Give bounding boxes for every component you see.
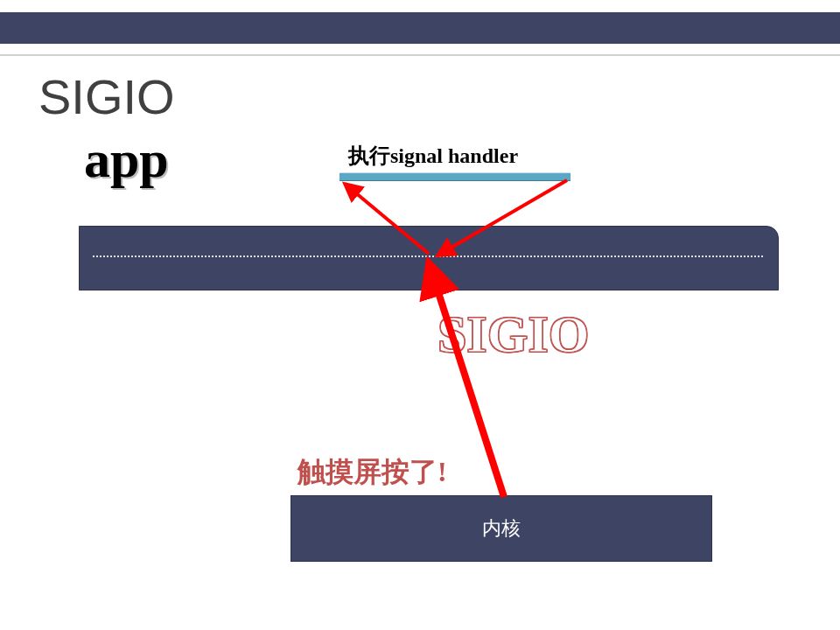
slide-title: SIGIO [38, 68, 175, 125]
app-label: app [84, 130, 169, 190]
touch-event-label: 触摸屏按了! [298, 453, 447, 492]
kernel-label: 内核 [482, 515, 521, 542]
app-timeline-bar [79, 226, 779, 290]
app-timeline-dotted [93, 256, 763, 257]
sigio-signal-label: SIGIO [438, 304, 589, 365]
decorative-top-bar [0, 12, 840, 44]
kernel-box: 内核 [290, 495, 712, 562]
decorative-rule [0, 54, 840, 56]
signal-handler-bar [340, 172, 570, 181]
signal-handler-label: 执行signal handler [348, 142, 518, 170]
